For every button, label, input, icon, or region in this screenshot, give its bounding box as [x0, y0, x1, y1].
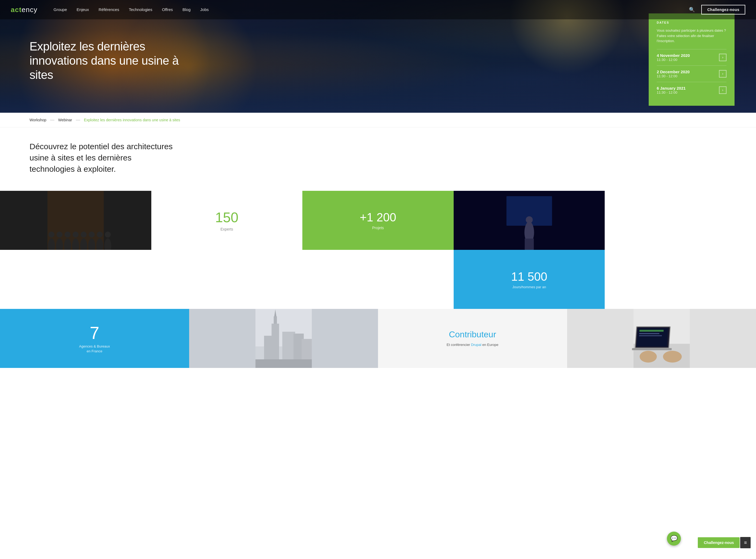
- stat-experts-cell: 150 Experts: [151, 191, 303, 250]
- breadcrumb-sep-2: —: [76, 117, 80, 122]
- nav-offres[interactable]: Offres: [162, 7, 173, 12]
- logo-ency: ency: [22, 6, 38, 14]
- agencies-number-2: 7: [90, 323, 99, 343]
- main-description: Découvrez le potentiel des architectures…: [29, 141, 175, 175]
- date-info-2: 2 December 2020 11:30 - 12:00: [657, 69, 690, 78]
- main-description-section: Découvrez le potentiel des architectures…: [0, 128, 204, 191]
- logo[interactable]: actency: [11, 6, 38, 14]
- experts-number-2: 150: [215, 209, 238, 225]
- date-item-3[interactable]: 6 January 2021 11:30 - 12:00 ›: [657, 82, 727, 98]
- search-icon[interactable]: 🔍: [689, 7, 695, 13]
- breadcrumb-current: Exploitez les dernières innovations dans…: [84, 118, 180, 122]
- date-name-2: 2 December 2020: [657, 69, 690, 74]
- svg-point-5: [56, 231, 63, 238]
- breadcrumb: Workshop — Webinar — Exploitez les derni…: [0, 113, 756, 128]
- date-info-1: 4 November 2020 11:30 - 12:00: [657, 53, 690, 62]
- nav-jobs[interactable]: Jobs: [200, 7, 209, 12]
- date-arrow-3[interactable]: ›: [719, 86, 727, 94]
- stats-grid-row1: 150 Experts +1 200 Projets 11 500 Jours/…: [0, 191, 756, 309]
- main-nav: actency Groupe Enjeux Références Technol…: [0, 0, 756, 19]
- projects-number: +1 200: [360, 211, 396, 224]
- dates-description: Vous souhaitez participer à plusieurs da…: [657, 28, 727, 44]
- date-item-2[interactable]: 2 December 2020 11:30 - 12:00 ›: [657, 66, 727, 82]
- photo-laptop-cell: [567, 309, 756, 368]
- date-name-1: 4 November 2020: [657, 53, 690, 58]
- hero-content: Exploitez les dernières innovations dans…: [29, 40, 185, 82]
- contributor-title-2: Contributeur: [449, 330, 496, 339]
- date-time-1: 11:30 - 12:00: [657, 58, 690, 62]
- svg-rect-26: [274, 316, 277, 323]
- stat-agencies-cell: 7 Agences & Bureauxen France: [0, 309, 189, 368]
- svg-point-11: [81, 231, 87, 238]
- nav-enjeux[interactable]: Enjeux: [77, 7, 89, 12]
- nav-right: 🔍 Challengez-nous: [689, 5, 745, 15]
- svg-point-15: [97, 231, 103, 238]
- svg-point-3: [49, 231, 54, 238]
- date-time-2: 11:30 - 12:00: [657, 74, 690, 78]
- svg-point-17: [105, 231, 111, 238]
- svg-point-9: [73, 231, 78, 238]
- svg-point-7: [65, 231, 71, 238]
- svg-point-16: [105, 238, 111, 250]
- nav-technologies[interactable]: Technologies: [129, 7, 152, 12]
- breadcrumb-webinar[interactable]: Webinar: [58, 118, 72, 122]
- experts-label-2: Experts: [221, 227, 233, 231]
- photo-speaker-cell: [454, 191, 605, 250]
- breadcrumb-workshop[interactable]: Workshop: [29, 118, 46, 122]
- date-time-3: 11:30 - 12:00: [657, 90, 686, 94]
- date-item-1[interactable]: 4 November 2020 11:30 - 12:00 ›: [657, 49, 727, 66]
- contributor-desc-2: Et conférencier Drupal en Europe: [441, 342, 504, 348]
- svg-rect-40: [639, 335, 662, 336]
- nav-links: Groupe Enjeux Références Technologies Of…: [54, 7, 689, 12]
- stat-days-cell: 11 500 Jours/hommes par an: [454, 250, 605, 309]
- photo-audience-cell: [0, 191, 151, 250]
- logo-act: act: [11, 6, 22, 14]
- svg-rect-32: [255, 359, 312, 368]
- hero-title: Exploitez les dernières innovations dans…: [29, 40, 185, 82]
- days-number-2: 11 500: [511, 270, 547, 283]
- date-info-3: 6 January 2021 11:30 - 12:00: [657, 86, 686, 94]
- nav-groupe[interactable]: Groupe: [54, 7, 67, 12]
- stat-projects-cell: +1 200 Projets: [302, 191, 454, 250]
- days-label-2: Jours/hommes par an: [512, 285, 546, 289]
- photo-city-cell: [189, 309, 378, 368]
- svg-point-21: [526, 216, 533, 223]
- svg-point-13: [89, 231, 95, 238]
- nav-blog[interactable]: Blog: [182, 7, 190, 12]
- stats-grid-row2: 7 Agences & Bureauxen France Contributeu…: [0, 309, 756, 368]
- nav-references[interactable]: Références: [98, 7, 119, 12]
- date-name-3: 6 January 2021: [657, 86, 686, 90]
- breadcrumb-sep-1: —: [50, 117, 54, 122]
- stat-contributor-cell: Contributeur Et conférencier Drupal en E…: [378, 309, 567, 368]
- svg-rect-39: [639, 333, 659, 334]
- dates-label: DATES: [657, 21, 727, 24]
- dates-card: DATES Vous souhaitez participer à plusie…: [649, 14, 735, 106]
- nav-cta-button[interactable]: Challengez-nous: [701, 5, 745, 15]
- svg-rect-38: [639, 330, 663, 332]
- main-content-area: Workshop — Webinar — Exploitez les derni…: [0, 113, 756, 191]
- svg-rect-41: [632, 348, 672, 350]
- date-arrow-2[interactable]: ›: [719, 70, 727, 77]
- date-arrow-1[interactable]: ›: [719, 54, 727, 61]
- projects-label: Projets: [372, 226, 384, 230]
- agencies-label-2: Agences & Bureauxen France: [79, 344, 110, 354]
- svg-point-42: [640, 351, 657, 362]
- svg-rect-22: [525, 239, 534, 250]
- svg-point-43: [663, 351, 682, 362]
